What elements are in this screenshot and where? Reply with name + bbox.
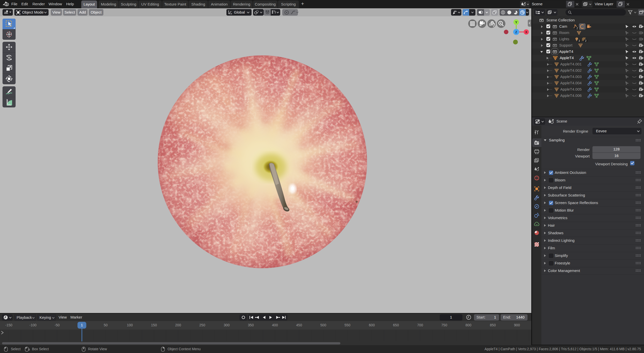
svg-text:Y: Y [515,20,517,24]
svg-text:Z: Z [515,30,517,34]
svg-text:X: X [525,30,527,34]
